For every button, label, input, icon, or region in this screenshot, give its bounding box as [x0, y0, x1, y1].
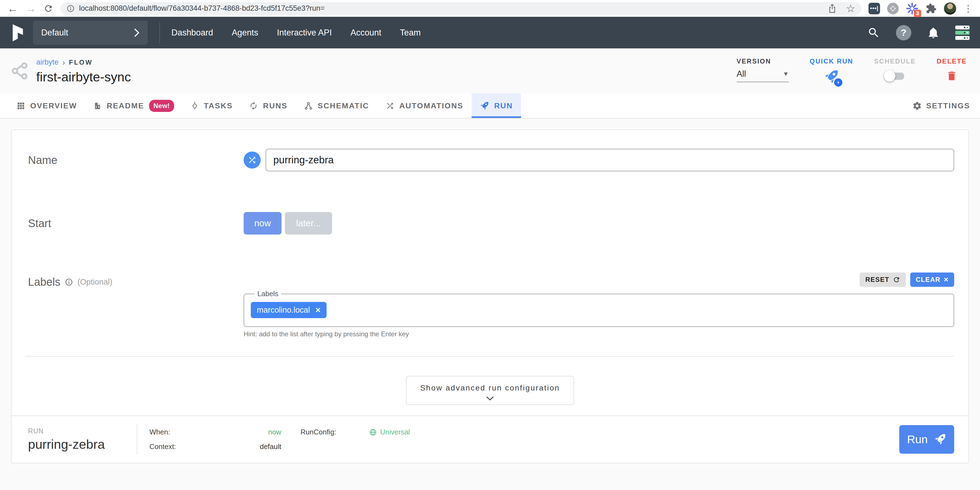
- app-navbar: Default Dashboard Agents Interactive API…: [0, 17, 980, 48]
- notifications-bell-icon[interactable]: [927, 27, 939, 39]
- flow-icon: [11, 62, 29, 80]
- delete-trash-icon[interactable]: [946, 70, 958, 82]
- address-bar[interactable]: localhost:8080/default/flow/76a30344-b73…: [60, 2, 861, 15]
- quick-run-label: QUICK RUN: [810, 57, 853, 65]
- footer-divider: [137, 424, 137, 455]
- document-icon: [93, 101, 102, 110]
- advanced-config-label: Show advanced run configuration: [420, 384, 560, 393]
- start-field-label: Start: [28, 217, 51, 229]
- tab-label: TASKS: [204, 101, 233, 110]
- browser-extensions: •••| 3 ⋮: [869, 2, 973, 15]
- schematic-graph-icon: [304, 101, 313, 110]
- info-icon[interactable]: [65, 278, 73, 286]
- tab-runs[interactable]: RUNS: [241, 94, 296, 118]
- browser-forward-icon[interactable]: →: [25, 3, 36, 14]
- schedule-control: SCHEDULE: [874, 57, 916, 81]
- name-row: Name: [11, 149, 969, 171]
- browser-back-icon[interactable]: ←: [7, 3, 18, 14]
- task-diamond-icon: [191, 101, 199, 110]
- runconfig-value: Universal: [380, 428, 410, 436]
- tab-label: README: [107, 101, 144, 110]
- url-text[interactable]: localhost:8080/default/flow/76a30344-b73…: [79, 4, 325, 13]
- new-badge: New!: [149, 100, 174, 112]
- site-info-icon[interactable]: [67, 5, 75, 13]
- search-icon[interactable]: [867, 26, 880, 39]
- browser-chrome: ← → localhost:8080/default/flow/76a30344…: [0, 0, 980, 17]
- breadcrumb-project-link[interactable]: airbyte: [36, 58, 59, 67]
- clear-labels-button[interactable]: CLEAR ×: [910, 273, 954, 287]
- start-now-button[interactable]: now: [243, 212, 282, 235]
- runconfig-label: RunConfig:: [301, 428, 369, 436]
- tab-label: RUN: [494, 101, 513, 110]
- reset-labels-button[interactable]: RESET: [860, 273, 906, 287]
- globe-icon: [369, 428, 377, 436]
- run-eyebrow-label: RUN: [28, 427, 137, 435]
- browser-reload-icon[interactable]: [43, 3, 53, 13]
- version-select-value: All: [737, 69, 746, 79]
- rocket-icon: [934, 433, 947, 446]
- quick-run-control: QUICK RUN: [810, 57, 853, 85]
- tab-run[interactable]: RUN: [472, 94, 521, 118]
- extensions-puzzle-icon[interactable]: [926, 3, 937, 14]
- run-name-input[interactable]: [266, 149, 954, 171]
- run-config-card: Name Start now later...: [11, 129, 969, 463]
- browser-menu-icon[interactable]: ⋮: [964, 4, 973, 13]
- project-selector-label: Default: [41, 28, 68, 38]
- refresh-icon: [892, 276, 900, 284]
- tab-label: SCHEMATIC: [318, 101, 369, 110]
- password-manager-icon[interactable]: •••|: [869, 3, 880, 14]
- labels-hint: Hint: add to the list after typing by pr…: [243, 330, 954, 338]
- tab-schematic[interactable]: SCHEMATIC: [296, 94, 377, 118]
- nav-item-agents[interactable]: Agents: [232, 28, 258, 38]
- tab-label: RUNS: [263, 101, 287, 110]
- browser-profile-avatar[interactable]: [944, 2, 956, 15]
- gear-icon: [912, 101, 922, 110]
- delete-control: DELETE: [937, 57, 967, 82]
- bookmark-star-icon[interactable]: ☆: [846, 3, 855, 14]
- section-divider: [25, 356, 954, 357]
- navigation-extension-icon[interactable]: [887, 3, 899, 14]
- labels-input-field[interactable]: Labels marcolino.local ×: [243, 289, 954, 327]
- run-name-display: purring-zebra: [28, 437, 137, 452]
- quick-run-bolt-icon: [834, 78, 842, 87]
- tab-label: OVERVIEW: [30, 101, 77, 110]
- name-field-label: Name: [28, 154, 57, 166]
- version-select[interactable]: All ▼: [737, 69, 789, 82]
- grid-icon: [16, 101, 25, 110]
- help-icon[interactable]: ?: [896, 25, 912, 40]
- tab-tasks[interactable]: TASKS: [182, 94, 241, 118]
- random-name-button[interactable]: [243, 152, 261, 169]
- project-selector[interactable]: Default: [33, 21, 148, 45]
- tab-readme[interactable]: README New!: [85, 94, 182, 118]
- share-icon[interactable]: [828, 3, 837, 13]
- start-row: Start now later...: [11, 212, 969, 235]
- prefect-logo[interactable]: [10, 24, 25, 42]
- cycle-arrows-icon: [249, 101, 258, 110]
- run-button-label: Run: [907, 433, 928, 446]
- run-button[interactable]: Run: [899, 425, 954, 454]
- starburst-extension-icon[interactable]: 3: [906, 2, 918, 15]
- shuffle-arrows-icon: [386, 101, 395, 110]
- nav-item-interactive-api[interactable]: Interactive API: [277, 28, 332, 38]
- version-control: VERSION All ▼: [737, 57, 789, 82]
- tab-settings[interactable]: SETTINGS: [912, 94, 970, 118]
- close-icon: ×: [944, 276, 949, 284]
- optional-note: (Optional): [78, 278, 112, 287]
- quick-run-button[interactable]: [824, 69, 839, 85]
- advanced-config-toggle[interactable]: Show advanced run configuration: [406, 376, 574, 405]
- nav-item-account[interactable]: Account: [350, 28, 381, 38]
- settings-label: SETTINGS: [926, 101, 970, 110]
- schedule-toggle[interactable]: [885, 70, 905, 81]
- tab-overview[interactable]: OVERVIEW: [8, 94, 85, 118]
- version-label: VERSION: [737, 57, 771, 65]
- reset-label: RESET: [865, 276, 889, 284]
- chip-close-icon[interactable]: ×: [315, 306, 321, 314]
- flow-header: airbyte › FLOW first-airbyte-sync VERSIO…: [0, 48, 980, 94]
- server-status-icon[interactable]: [955, 26, 970, 40]
- start-later-button[interactable]: later...: [285, 212, 332, 235]
- nav-item-dashboard[interactable]: Dashboard: [172, 28, 213, 38]
- tab-automations[interactable]: AUTOMATIONS: [377, 94, 472, 118]
- dropdown-caret-icon: ▼: [783, 70, 789, 78]
- chevron-down-icon: [486, 396, 494, 401]
- nav-item-team[interactable]: Team: [400, 28, 421, 38]
